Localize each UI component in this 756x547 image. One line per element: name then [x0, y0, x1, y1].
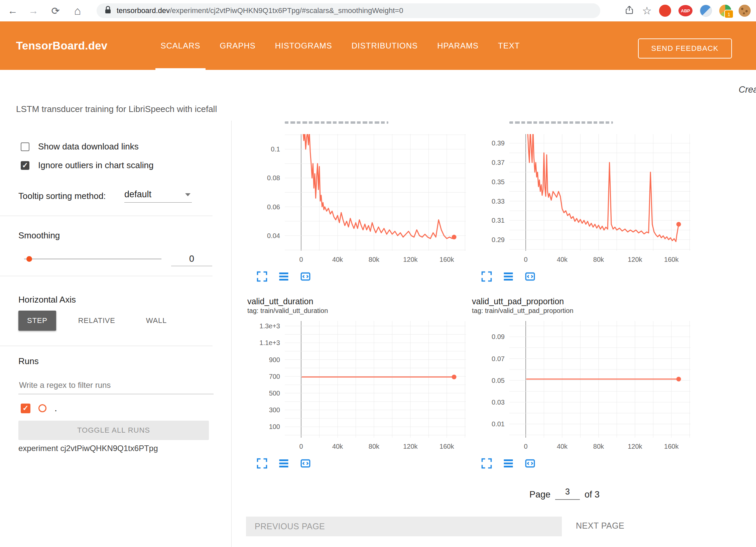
svg-text:300: 300	[269, 406, 280, 414]
svg-text:80k: 80k	[369, 256, 380, 263]
smoothing-slider[interactable]	[24, 258, 161, 259]
fit-domain-icon[interactable]	[524, 270, 536, 283]
tooltip-sorting-label: Tooltip sorting method:	[18, 191, 106, 201]
svg-text:0.09: 0.09	[492, 333, 505, 340]
adblock-extension-icon[interactable]	[659, 5, 671, 17]
svg-text:160k: 160k	[439, 443, 454, 450]
svg-text:1.3e+3: 1.3e+3	[259, 322, 280, 330]
svg-text:0.03: 0.03	[492, 399, 505, 406]
checkbox-label: Ignore outliers in chart scaling	[38, 160, 153, 171]
svg-text:120k: 120k	[403, 256, 418, 263]
svg-text:80k: 80k	[369, 443, 380, 450]
runs-table-icon[interactable]	[278, 457, 290, 469]
tab-text[interactable]: TEXT	[488, 21, 529, 70]
expand-chart-icon[interactable]	[256, 457, 268, 469]
pagination: Page of 3	[529, 484, 600, 500]
cookie-extension-icon[interactable]	[739, 5, 751, 17]
svg-text:0.04: 0.04	[267, 232, 280, 239]
checkbox-unchecked-icon[interactable]	[21, 142, 29, 151]
fit-domain-icon[interactable]	[524, 457, 536, 469]
blue-extension-icon[interactable]	[700, 5, 712, 17]
show-download-links-checkbox[interactable]: Show data download links	[21, 141, 139, 152]
address-bar[interactable]: tensorboard.dev/experiment/cj2vtPiwQHKN9…	[97, 3, 600, 18]
back-icon[interactable]: ←	[5, 0, 21, 21]
smoothing-value-input[interactable]: 0	[171, 252, 212, 266]
runs-table-icon[interactable]	[278, 270, 290, 283]
home-icon[interactable]: ⌂	[70, 0, 86, 21]
abp-extension-icon[interactable]: ABP	[678, 5, 692, 16]
tab-histograms[interactable]: HISTOGRAMS	[265, 21, 342, 70]
run-checkbox[interactable]: ✓	[21, 404, 30, 413]
run-row: ✓ .	[21, 403, 57, 414]
svg-text:0.35: 0.35	[492, 178, 505, 186]
runs-table-icon[interactable]	[502, 457, 514, 469]
url-text: tensorboard.dev/experiment/cj2vtPiwQHKN9…	[117, 6, 403, 15]
next-page-button[interactable]: NEXT PAGE	[574, 521, 626, 531]
chart-tag: tag: train/valid_utt_pad_proportion	[472, 306, 692, 315]
axis-step-button[interactable]: STEP	[18, 311, 56, 331]
tab-graphs[interactable]: GRAPHS	[210, 21, 265, 70]
experiment-description: LSTM transducer training for LibriSpeech…	[16, 104, 217, 114]
page-number-input[interactable]	[555, 484, 580, 500]
tab-distributions[interactable]: DISTRIBUTIONS	[342, 21, 427, 70]
tab-hparams[interactable]: HPARAMS	[427, 21, 488, 70]
tooltip-sorting-select[interactable]: default	[124, 189, 192, 203]
charts-panel: 040k80k120k160k0.040.060.080.1 040k80k12…	[232, 121, 756, 547]
fit-domain-icon[interactable]	[299, 457, 311, 469]
svg-text:80k: 80k	[593, 443, 604, 450]
fit-domain-icon[interactable]	[299, 270, 311, 283]
svg-text:0.07: 0.07	[492, 355, 505, 362]
runs-table-icon[interactable]	[502, 270, 514, 283]
reload-icon[interactable]: ⟳	[47, 0, 64, 21]
scalar-chart[interactable]: 040k80k120k160k0.040.060.080.1	[247, 132, 468, 267]
svg-text:0.33: 0.33	[492, 198, 505, 205]
svg-text:40k: 40k	[557, 443, 568, 450]
toggle-all-runs-button[interactable]: TOGGLE ALL RUNS	[18, 421, 209, 440]
chart-card: valid_utt_pad_proportion tag: train/vali…	[472, 296, 692, 469]
svg-text:0.37: 0.37	[492, 159, 505, 166]
chart-title: valid_utt_pad_proportion	[472, 296, 692, 306]
send-feedback-button[interactable]: SEND FEEDBACK	[638, 38, 732, 59]
svg-text:0.01: 0.01	[492, 420, 505, 428]
smoothing-slider-thumb[interactable]	[26, 256, 32, 262]
scalar-chart[interactable]: 040k80k120k160k0.010.030.050.070.09	[472, 319, 692, 454]
profile-avatar[interactable]: 1	[719, 5, 731, 17]
clipped-tag-text	[285, 121, 388, 124]
url-domain: tensorboard.dev	[117, 6, 170, 15]
svg-text:40k: 40k	[332, 256, 343, 263]
divider	[0, 276, 213, 276]
run-color-swatch[interactable]	[38, 404, 46, 412]
divider	[0, 216, 213, 216]
svg-text:120k: 120k	[628, 443, 642, 450]
forward-icon[interactable]: →	[25, 0, 41, 21]
axis-relative-button[interactable]: RELATIVE	[70, 311, 124, 331]
clipped-tag-text	[509, 121, 613, 124]
tab-scalars[interactable]: SCALARS	[151, 21, 210, 70]
svg-text:1.1e+3: 1.1e+3	[259, 339, 280, 346]
ignore-outliers-checkbox[interactable]: ✓ Ignore outliers in chart scaling	[21, 160, 153, 171]
checkbox-checked-icon[interactable]: ✓	[21, 161, 29, 170]
expand-chart-icon[interactable]	[256, 270, 268, 283]
bookmark-star-icon[interactable]: ☆	[642, 4, 652, 17]
tooltip-sorting-value: default	[124, 189, 151, 199]
svg-text:0.1: 0.1	[271, 145, 280, 153]
previous-page-button[interactable]: PREVIOUS PAGE	[246, 517, 562, 536]
expand-chart-icon[interactable]	[481, 457, 493, 469]
chart-card: 040k80k120k160k0.040.060.080.1	[247, 121, 468, 283]
svg-text:120k: 120k	[403, 443, 418, 450]
page-total: of 3	[585, 489, 600, 500]
chart-tag: tag: train/valid_utt_duration	[247, 306, 468, 315]
svg-text:0.31: 0.31	[492, 217, 505, 224]
share-icon[interactable]	[624, 5, 635, 17]
axis-wall-button[interactable]: WALL	[137, 311, 175, 331]
svg-text:0.06: 0.06	[267, 203, 280, 211]
svg-text:40k: 40k	[557, 256, 568, 263]
scalar-chart[interactable]: 040k80k120k160k1003005007009001.1e+31.3e…	[247, 319, 468, 454]
expand-chart-icon[interactable]	[481, 270, 493, 283]
runs-filter-input[interactable]	[18, 376, 214, 394]
nav-tabs: SCALARS GRAPHS HISTOGRAMS DISTRIBUTIONS …	[151, 21, 529, 70]
scalar-chart[interactable]: 040k80k120k160k0.290.310.330.350.370.39	[472, 132, 692, 267]
horizontal-axis-buttons: STEP RELATIVE WALL	[18, 311, 175, 331]
browser-actions: ☆ ABP 1	[624, 0, 751, 21]
browser-window: ← → ⟳ ⌂ tensorboard.dev/experiment/cj2vt…	[0, 0, 756, 547]
